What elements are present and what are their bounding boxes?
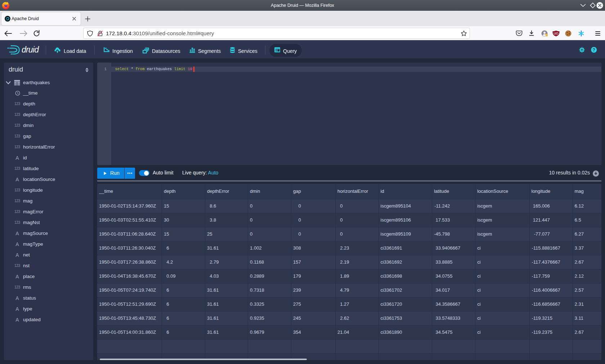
svg-text:druid: druid xyxy=(22,45,39,54)
svg-text:?: ? xyxy=(593,47,595,53)
svg-text:UO: UO xyxy=(554,32,559,35)
